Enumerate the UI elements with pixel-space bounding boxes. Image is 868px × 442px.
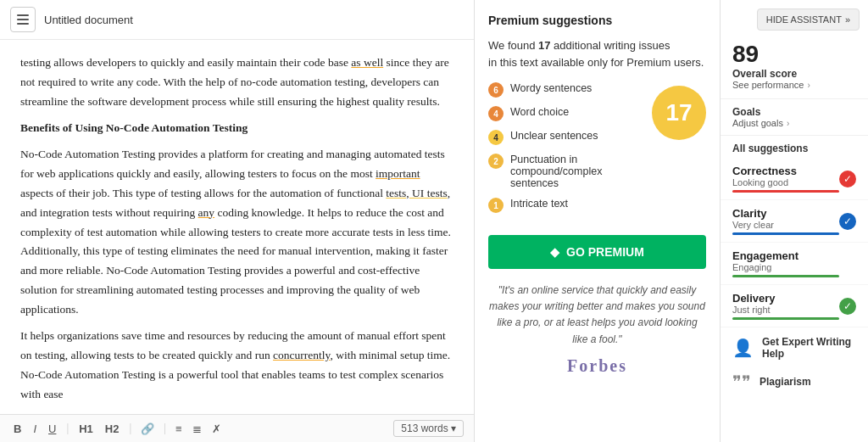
chevron-right-icon: » — [845, 14, 850, 25]
found-number: 17 — [538, 39, 550, 52]
go-premium-button[interactable]: ◆ GO PREMIUM — [488, 235, 706, 269]
list-item: 4 Unclear sentences — [488, 130, 642, 145]
premium-panel: Premium suggestions We found 17 addition… — [475, 0, 721, 442]
link-button[interactable]: 🔗 — [138, 421, 157, 437]
engagement-status: Engaging — [732, 262, 839, 272]
list-button[interactable]: ≡ — [173, 421, 185, 437]
go-premium-label: GO PREMIUM — [566, 245, 644, 259]
expert-section[interactable]: 👤 Get Expert Writing Help — [721, 327, 868, 368]
correctness-status: Looking good — [732, 177, 839, 187]
premium-found-text: We found 17 additional writing issues in… — [488, 37, 706, 70]
clarity-item[interactable]: Clarity Very clear ✓ — [721, 200, 868, 243]
expert-icon: 👤 — [732, 338, 754, 358]
plagiarism-label: Plagiarism — [760, 376, 811, 388]
hamburger-icon — [17, 14, 29, 25]
list-item: 6 Wordy sentences — [488, 82, 642, 98]
issue-badge-2: 4 — [488, 106, 504, 121]
ordered-list-button[interactable]: ≣ — [190, 421, 204, 437]
menu-button[interactable] — [10, 7, 36, 32]
expert-text: Get Expert Writing Help — [762, 336, 856, 360]
plagiarism-icon: ❞❞ — [732, 372, 751, 392]
delivery-item[interactable]: Delivery Just right ✓ — [721, 285, 868, 327]
found-suffix: additional writing issues — [551, 39, 670, 52]
issue-badge-3: 4 — [488, 130, 504, 145]
toolbar-separator-2: | — [129, 422, 131, 435]
testimonial-text: "It's an online service that quickly and… — [488, 283, 706, 348]
editor-content[interactable]: testing allows developers to quickly and… — [0, 40, 474, 414]
editor-panel: Untitled document testing allows develop… — [0, 0, 475, 442]
issues-list: 6 Wordy sentences 4 Word choice 4 Unclea… — [488, 82, 642, 221]
h1-button[interactable]: H1 — [75, 421, 97, 437]
editor-toolbar: B I U | H1 H2 | 🔗 | ≡ ≣ ✗ 513 words ▾ — [0, 414, 474, 442]
issue-badge-1: 6 — [488, 82, 504, 98]
issue-label-4: Punctuation in compound/complex sentence… — [510, 154, 642, 189]
goals-section: Goals Adjust goals › — [721, 99, 868, 136]
adjust-goals-link[interactable]: Adjust goals › — [732, 118, 789, 128]
clarity-name: Clarity — [732, 207, 839, 220]
editor-topbar: Untitled document — [0, 0, 474, 40]
document-title: Untitled document — [44, 14, 133, 26]
goals-label: Goals — [732, 106, 789, 118]
correctness-check: ✓ — [839, 171, 856, 187]
clear-format-button[interactable]: ✗ — [209, 421, 224, 437]
delivery-bar — [732, 317, 839, 320]
plagiarism-section[interactable]: ❞❞ Plagiarism — [721, 368, 868, 400]
clarity-bar — [732, 232, 839, 235]
list-item: 4 Word choice — [488, 106, 642, 121]
delivery-name: Delivery — [732, 292, 839, 305]
editor-paragraph-3: It helps organizations save time and res… — [20, 327, 453, 405]
delivery-status: Just right — [732, 305, 839, 315]
chevron-right-icon: › — [807, 81, 810, 90]
diamond-icon: ◆ — [550, 245, 559, 259]
underline-button[interactable]: U — [45, 421, 59, 437]
issue-badge-4: 2 — [488, 154, 504, 169]
hide-assistant-button[interactable]: HIDE ASSISTANT » — [757, 8, 860, 31]
overall-score-label: Overall score — [732, 68, 856, 80]
editor-heading: Benefits of Using No-Code Automation Tes… — [20, 119, 453, 138]
editor-paragraph-2: No-Code Automation Testing provides a pl… — [20, 145, 453, 320]
correctness-name: Correctness — [732, 165, 839, 177]
forbes-logo: Forbes — [488, 356, 706, 376]
toolbar-separator-1: | — [66, 422, 69, 435]
italic-button[interactable]: I — [30, 421, 40, 437]
correctness-left: Correctness Looking good — [732, 165, 839, 193]
hide-assistant-label: HIDE ASSISTANT — [766, 14, 842, 25]
issue-label-3: Unclear sentences — [510, 130, 598, 142]
engagement-name: Engagement — [732, 249, 839, 262]
delivery-check: ✓ — [839, 298, 856, 315]
list-item: 2 Punctuation in compound/complex senten… — [488, 154, 642, 189]
goals-left: Goals Adjust goals › — [732, 106, 789, 128]
editor-paragraph-1: testing allows developers to quickly and… — [20, 53, 453, 112]
list-item: 1 Intricate text — [488, 198, 642, 213]
correctness-item[interactable]: Correctness Looking good ✓ — [721, 158, 868, 200]
overall-score-number: 89 — [732, 41, 856, 68]
h2-button[interactable]: H2 — [102, 421, 123, 437]
delivery-left: Delivery Just right — [732, 292, 839, 320]
engagement-bar — [732, 275, 839, 277]
score-section: 89 Overall score See performance › — [721, 34, 868, 99]
expert-label: Get Expert Writing Help — [762, 336, 856, 360]
issue-label-2: Word choice — [510, 106, 569, 118]
premium-big-badge: 17 — [652, 86, 706, 140]
clarity-status: Very clear — [732, 220, 839, 230]
found-prefix: We found — [488, 39, 538, 52]
issue-label-1: Wordy sentences — [510, 82, 592, 94]
engagement-left: Engagement Engaging — [732, 249, 839, 277]
issue-label-5: Intricate text — [510, 198, 568, 210]
word-count-button[interactable]: 513 words ▾ — [393, 420, 464, 437]
assistant-panel: HIDE ASSISTANT » 89 Overall score See pe… — [721, 0, 868, 442]
see-performance-text: See performance — [732, 80, 804, 90]
clarity-check: ✓ — [839, 213, 856, 230]
bold-button[interactable]: B — [10, 421, 25, 437]
chevron-right-icon2: › — [787, 119, 789, 128]
engagement-item[interactable]: Engagement Engaging — [721, 243, 868, 285]
all-suggestions-label: All suggestions — [721, 136, 868, 158]
premium-title: Premium suggestions — [488, 14, 706, 27]
correctness-bar — [732, 190, 839, 193]
see-performance-link[interactable]: See performance › — [732, 80, 856, 90]
clarity-left: Clarity Very clear — [732, 207, 839, 235]
adjust-goals-text: Adjust goals — [732, 118, 783, 128]
found-sub: in this text available only for Premium … — [488, 56, 704, 69]
issue-badge-5: 1 — [488, 198, 504, 213]
toolbar-separator-3: | — [164, 422, 166, 435]
